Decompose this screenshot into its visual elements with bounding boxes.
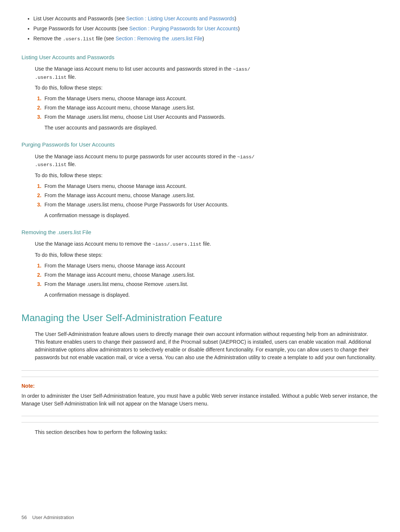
- section3-steps: 1. From the Manage Users menu, choose Ma…: [35, 262, 379, 288]
- bullet-text-3a: Remove the: [33, 36, 63, 41]
- closing-text: This section describes how to perform th…: [35, 428, 379, 436]
- footer-page-num: 56: [21, 515, 27, 520]
- section2-steps-intro: To do this, follow these steps:: [35, 172, 379, 179]
- section1-heading: Listing User Accounts and Passwords: [21, 53, 379, 62]
- section1-intro: Use the Manage iass Account menu to list…: [35, 65, 379, 81]
- bullet-item-1: List User Accounts and Passwords (see Se…: [33, 15, 379, 23]
- bullet-text-3b: file (see: [94, 36, 116, 41]
- link-purging[interactable]: Section : Purging Passwords for User Acc…: [129, 26, 238, 31]
- section1-code2: .users.list: [35, 75, 67, 80]
- large-section-body: The User Self-Administration feature all…: [35, 330, 379, 361]
- section1-content: Use the Manage iass Account menu to list…: [35, 65, 379, 132]
- section1-step-1: 1. From the Manage Users menu, choose Ma…: [35, 95, 379, 102]
- bullet-text-1b: ): [234, 16, 236, 21]
- divider-top: [21, 370, 379, 371]
- section3-heading: Removing the .users.list File: [21, 228, 379, 237]
- section1-steps-intro: To do this, follow these steps:: [35, 84, 379, 92]
- link-removing[interactable]: Section : Removing the .users.list File: [116, 36, 202, 41]
- footer: 56 User Administration: [21, 514, 74, 521]
- top-bullet-list: List User Accounts and Passwords (see Se…: [21, 15, 379, 43]
- section2-intro: Use the Manage iass Account menu to purg…: [35, 153, 379, 169]
- section2-code2: .users.list: [35, 162, 67, 168]
- note-box: Note: In order to administer the User Se…: [21, 377, 379, 416]
- bullet-text-2a: Purge Passwords for User Accounts (see: [33, 26, 129, 31]
- link-listing[interactable]: Section : Listing User Accounts and Pass…: [126, 16, 235, 21]
- large-section-closing: This section describes how to perform th…: [35, 428, 379, 436]
- bullet-text-2b: ): [238, 26, 240, 31]
- section2-heading: Purging Passwords for User Accounts: [21, 141, 379, 149]
- section1-code1: ~iass/: [233, 67, 250, 72]
- section3-steps-intro: To do this, follow these steps:: [35, 251, 379, 259]
- section2-step-2: 2. From the Manage iass Account menu, ch…: [35, 192, 379, 199]
- large-section-heading: Managing the User Self-Administration Fe…: [21, 311, 379, 325]
- bullet-code-3: .users.list: [63, 36, 94, 42]
- section3-step-3: 3. From the Manage .users.list menu, cho…: [35, 280, 379, 288]
- section1-step-3: 3. From the Manage .users.list menu, cho…: [35, 113, 379, 121]
- page: List User Accounts and Passwords (see Se…: [0, 0, 400, 532]
- section2-sub-note: A confirmation message is displayed.: [44, 212, 379, 219]
- section3-intro: Use the Manage iass Account menu to remo…: [35, 240, 379, 248]
- note-body: In order to administer the User Self-Adm…: [21, 392, 379, 408]
- divider-bottom: [21, 422, 379, 422]
- bullet-text-1a: List User Accounts and Passwords (see: [33, 16, 126, 21]
- section3-step-1: 1. From the Manage Users menu, choose Ma…: [35, 262, 379, 270]
- section3-sub-note: A confirmation message is displayed.: [44, 291, 379, 299]
- section1-sub-note: The user accounts and passwords are disp…: [44, 124, 379, 132]
- bullet-item-3: Remove the .users.list file (see Section…: [33, 35, 379, 43]
- section2-steps: 1. From the Manage Users menu, choose Ma…: [35, 182, 379, 209]
- large-section-content: The User Self-Administration feature all…: [35, 330, 379, 361]
- bullet-text-3c: ): [202, 36, 204, 41]
- section2-step-3: 3. From the Manage .users.list menu, cho…: [35, 201, 379, 209]
- bullet-item-2: Purge Passwords for User Accounts (see S…: [33, 25, 379, 33]
- section3-step-2: 2. From the Manage iass Account menu, ch…: [35, 271, 379, 279]
- footer-section: User Administration: [32, 515, 74, 520]
- section2-step-1: 1. From the Manage Users menu, choose Ma…: [35, 182, 379, 190]
- section1-step-2: 2. From the Manage iass Account menu, ch…: [35, 104, 379, 112]
- section1-steps: 1. From the Manage Users menu, choose Ma…: [35, 95, 379, 121]
- note-label: Note:: [21, 382, 379, 390]
- section3-code: ~iass/.users.list: [153, 242, 202, 247]
- section2-content: Use the Manage iass Account menu to purg…: [35, 153, 379, 219]
- section2-code1: ~iass/: [237, 154, 254, 160]
- section3-content: Use the Manage iass Account menu to remo…: [35, 240, 379, 299]
